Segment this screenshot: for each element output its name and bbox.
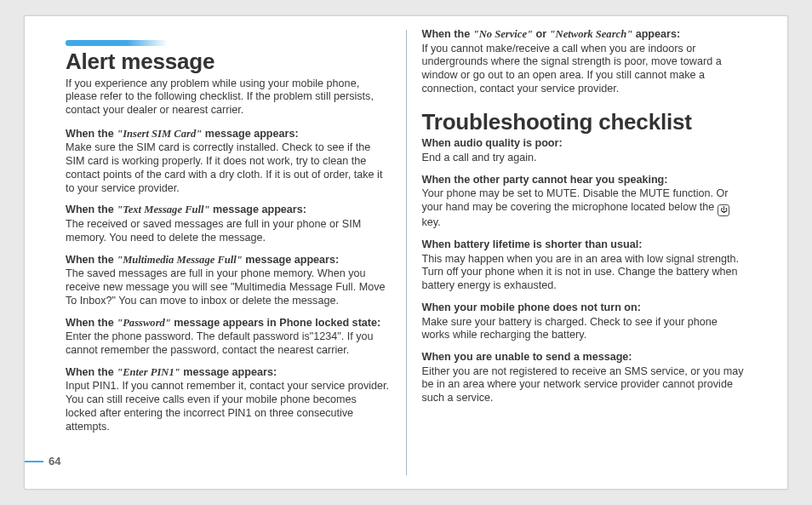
alert-item-label: When the "Enter PIN1" message appears:: [66, 366, 391, 380]
label-suffix: appears:: [632, 28, 680, 40]
no-service-section: When the "No Service" or "Network Search…: [422, 28, 747, 96]
alert-item: When the "Multimedia Message Full" messa…: [66, 254, 391, 308]
label-quoted: "Insert SIM Card": [117, 128, 202, 140]
label-prefix: When the: [422, 28, 473, 40]
label-suffix: message appears:: [202, 128, 298, 140]
alert-item-body: Make sure the SIM card is correctly inst…: [66, 141, 391, 195]
accent-bar: [66, 40, 168, 46]
alert-item: When the "Enter PIN1" message appears:In…: [66, 366, 391, 434]
troubleshoot-item: When your mobile phone does not turn on:…: [422, 301, 747, 342]
alert-item-label: When the "Multimedia Message Full" messa…: [66, 254, 391, 267]
label-quoted: "Multimedia Message Full": [117, 254, 243, 266]
troubleshoot-item-label: When audio quality is poor:: [422, 137, 747, 151]
heading-alert-message: Alert message: [66, 48, 391, 76]
alert-item-label: When the "Insert SIM Card" message appea…: [66, 128, 391, 141]
label-quoted-1: "No Service": [473, 28, 533, 40]
troubleshoot-item: When the other party cannot hear you spe…: [422, 174, 747, 230]
label-quoted: "Text Message Full": [117, 204, 209, 215]
alert-item: When the "Password" message appears in P…: [66, 317, 391, 358]
end-key-icon: ⏻: [718, 204, 729, 216]
no-service-label: When the "No Service" or "Network Search…: [422, 28, 747, 42]
page-number-area: 64: [25, 455, 60, 468]
troubleshoot-item-body: End a call and try again.: [422, 152, 747, 165]
troubleshoot-item: When battery lifetime is shorter than us…: [422, 238, 747, 293]
troubleshoot-item-label: When battery lifetime is shorter than us…: [422, 238, 747, 252]
left-column: Alert message If you experience any prob…: [25, 16, 406, 489]
troubleshoot-item-label: When your mobile phone does not turn on:: [422, 301, 747, 315]
body-pre: Your phone may be set to MUTE. Disable t…: [422, 187, 729, 213]
troubleshoot-item-body: Your phone may be set to MUTE. Disable t…: [422, 187, 747, 229]
alert-item-label: When the "Text Message Full" message app…: [66, 204, 391, 217]
alert-item-label: When the "Password" message appears in P…: [66, 317, 391, 330]
alert-item-body: The saved messages are full in your phon…: [66, 267, 391, 307]
troubleshoot-item-label: When you are unable to send a message:: [422, 351, 747, 364]
body-post: key.: [422, 216, 441, 228]
label-suffix: message appears:: [180, 366, 277, 378]
alert-item-body: Input PIN1. If you cannot remember it, c…: [66, 380, 391, 433]
alert-item: When the "Insert SIM Card" message appea…: [66, 128, 391, 196]
label-quoted-2: "Network Search": [550, 28, 633, 40]
label-suffix: message appears:: [210, 204, 306, 215]
troubleshoot-item-body: Make sure your battery is charged. Check…: [422, 316, 747, 342]
troubleshoot-item: When you are unable to send a message:Ei…: [422, 351, 747, 405]
alert-item: When the "Text Message Full" message app…: [66, 204, 391, 244]
page-number: 64: [49, 455, 60, 468]
label-prefix: When the: [66, 317, 117, 329]
no-service-body: If you cannot make/receive a call when y…: [422, 43, 747, 96]
alert-item-body: The received or saved messages are full …: [66, 218, 391, 244]
troubleshoot-item-body: This may happen when you are in an area …: [422, 253, 747, 293]
manual-page: Alert message If you experience any prob…: [24, 15, 788, 490]
troubleshoot-item-label: When the other party cannot hear you spe…: [422, 174, 747, 187]
alert-intro: If you experience any problem while usin…: [66, 77, 391, 118]
label-suffix: message appears:: [243, 254, 339, 266]
label-prefix: When the: [66, 366, 117, 378]
label-prefix: When the: [66, 204, 117, 215]
page-number-bar: [25, 461, 43, 462]
label-mid: or: [533, 28, 550, 40]
right-column: When the "No Service" or "Network Search…: [407, 16, 788, 489]
label-suffix: message appears in Phone locked state:: [171, 317, 380, 329]
alert-item-body: Enter the phone password. The default pa…: [66, 330, 391, 357]
troubleshoot-item: When audio quality is poor:End a call an…: [422, 137, 747, 164]
label-quoted: "Enter PIN1": [117, 366, 180, 378]
label-prefix: When the: [66, 254, 117, 266]
troubleshoot-item-body: Either you are not registered to receive…: [422, 365, 747, 405]
heading-troubleshooting: Troubleshooting checklist: [422, 108, 747, 136]
label-quoted: "Password": [117, 317, 171, 329]
label-prefix: When the: [66, 128, 117, 140]
